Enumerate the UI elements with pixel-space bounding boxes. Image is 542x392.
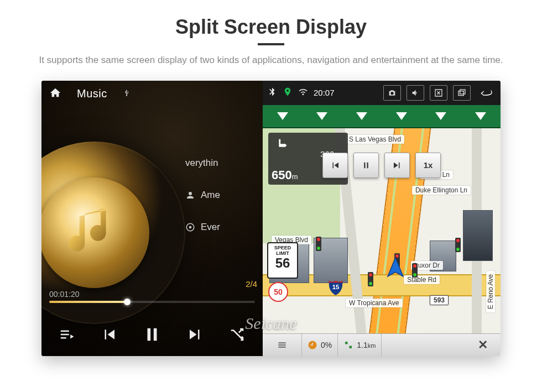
track-row[interactable]: Ever: [185, 211, 263, 243]
vehicle-cursor-icon: [383, 255, 408, 282]
street-label: Duke Ellington Ln: [412, 186, 471, 195]
sim-prev-button[interactable]: [322, 153, 348, 178]
street-number-label: 593: [430, 295, 449, 305]
current-speed-sign: 50: [268, 282, 288, 302]
lane-arrow-icon: [435, 112, 446, 120]
traffic-light-icon: [316, 237, 321, 251]
street-label: Stable Rd: [404, 275, 440, 284]
screenshot-button[interactable]: [383, 85, 401, 101]
traffic-light-icon: [368, 272, 373, 286]
sim-next-button[interactable]: [384, 153, 410, 178]
gps-icon: [283, 87, 293, 98]
navigation-pane: 20:07: [263, 81, 501, 356]
speed-limit-label: SPEEDLIMIT: [268, 245, 297, 256]
nav-bottom-bar: 0% 1.1km ✕: [263, 333, 501, 356]
track-label: Ever: [201, 222, 220, 233]
svg-rect-3: [460, 90, 465, 94]
playlist-button[interactable]: [59, 326, 75, 345]
status-bar: 20:07: [263, 81, 501, 105]
page-title: Split Screen Display: [0, 15, 542, 39]
distance-to-dest[interactable]: 1.1km: [338, 334, 382, 356]
next-track-button[interactable]: [187, 326, 204, 345]
track-label: Ame: [201, 190, 220, 201]
recent-apps-button[interactable]: [453, 85, 471, 101]
bluetooth-icon: [267, 87, 277, 98]
building-icon: [463, 210, 493, 261]
lane-arrow-icon: [396, 112, 407, 120]
progress-bar[interactable]: [49, 301, 255, 303]
svg-rect-2: [458, 91, 463, 95]
street-label: W Tropicana Ave: [346, 299, 403, 307]
eta-value: 0%: [321, 341, 332, 349]
music-note-icon: [61, 198, 127, 264]
track-list: verythin Ame Ever: [185, 147, 263, 243]
lane-arrow-icon: [475, 112, 486, 120]
back-button[interactable]: [476, 87, 496, 98]
track-counter: 2/4: [246, 279, 257, 289]
street-label: S Las Vegas Blvd: [346, 135, 404, 144]
simulation-controls: 1x: [322, 153, 441, 178]
nav-close-button[interactable]: ✕: [465, 334, 501, 356]
music-header: Music: [41, 81, 263, 107]
track-row[interactable]: Ame: [185, 179, 263, 211]
shuffle-button[interactable]: [229, 326, 246, 345]
record-icon: [185, 222, 195, 232]
prev-track-button[interactable]: [101, 326, 117, 345]
title-underline: [258, 43, 284, 45]
speed-limit-value: 56: [268, 256, 297, 270]
elapsed-time: 00:01:20: [49, 290, 255, 299]
wifi-icon: [298, 87, 308, 98]
nav-menu-button[interactable]: [263, 334, 302, 356]
music-pane: Music: [41, 81, 263, 356]
pause-button[interactable]: [143, 325, 161, 346]
turn-left-icon: [273, 147, 291, 156]
svg-text:15: 15: [332, 284, 340, 290]
speed-limit-sign: SPEEDLIMIT 56: [267, 242, 298, 279]
music-controls: [41, 315, 263, 356]
clock-time: 20:07: [314, 88, 335, 97]
remaining-distance: 650m: [272, 168, 298, 182]
sim-pause-button[interactable]: [353, 153, 379, 178]
device-frame: Music: [41, 81, 501, 356]
eta-progress[interactable]: 0%: [302, 334, 338, 356]
music-title: Music: [77, 87, 107, 100]
home-icon[interactable]: [49, 87, 61, 101]
track-label: verythin: [185, 158, 218, 169]
progress-fill: [49, 301, 127, 303]
progress-area: 00:01:20: [49, 290, 255, 303]
artist-icon: [185, 190, 195, 200]
lane-arrow-icon: [356, 112, 367, 120]
interstate-shield-icon: 15: [328, 279, 343, 295]
svg-point-1: [189, 226, 192, 228]
close-app-button[interactable]: [430, 85, 447, 101]
traffic-light-icon: [455, 238, 461, 252]
lane-arrow-icon: [277, 112, 288, 120]
page-subtitle: It supports the same screen display of t…: [33, 53, 509, 67]
usb-icon: [123, 89, 131, 98]
distance-value: 1.1km: [357, 341, 376, 349]
lane-arrow-icon: [316, 112, 327, 120]
progress-thumb[interactable]: [124, 299, 131, 305]
street-label: E Reno Ave: [486, 271, 495, 312]
traffic-light-icon: [412, 263, 418, 278]
sim-speed-button[interactable]: 1x: [415, 153, 441, 178]
track-row[interactable]: verythin: [185, 147, 263, 179]
volume-button[interactable]: [406, 85, 424, 101]
lane-guidance-bar: [263, 105, 501, 128]
